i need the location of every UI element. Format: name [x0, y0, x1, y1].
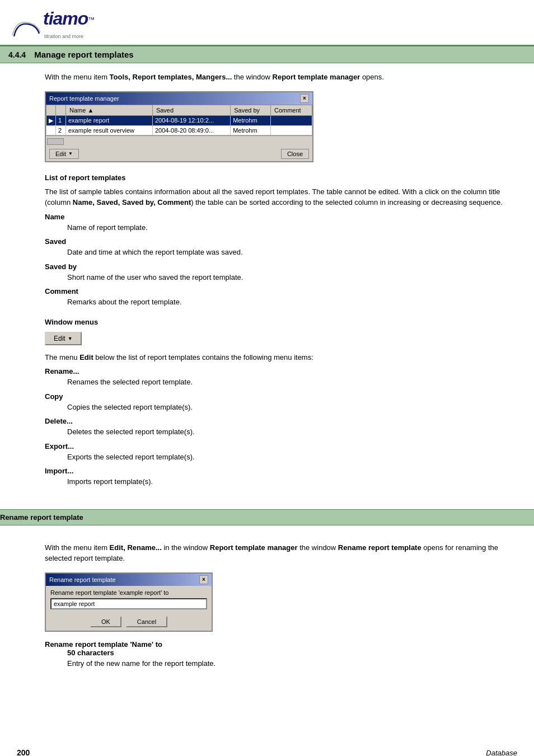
field-term-comment: Comment: [45, 287, 517, 295]
menu-items: Rename... Renames the selected report te…: [45, 367, 517, 487]
dialog-content: Name ▲ Saved Saved by Comment ▶ 1 exampl…: [46, 105, 312, 135]
close-dialog-button[interactable]: Close: [281, 149, 309, 159]
intro-bold1: Tools, Report templates, Mangers...: [110, 73, 232, 81]
table-row[interactable]: 2 example result overview 2004-08-20 08:…: [46, 125, 312, 135]
field-desc-saved-by: Short name of the user who saved the rep…: [67, 272, 517, 283]
demo-edit-label: Edit: [54, 335, 65, 342]
main-content: With the menu item Tools, Report templat…: [0, 63, 534, 498]
rename-cancel-button[interactable]: Cancel: [126, 616, 167, 627]
report-table: Name ▲ Saved Saved by Comment ▶ 1 exampl…: [46, 105, 312, 135]
window-menus-title: Window menus: [45, 318, 517, 326]
menu-item-delete: Delete...: [45, 417, 517, 425]
edit-menu-bold: Edit: [79, 353, 93, 361]
intro-paragraph: With the menu item Tools, Report templat…: [45, 72, 517, 83]
field-term-saved: Saved: [45, 237, 517, 246]
row-arrow: ▶: [46, 115, 56, 125]
logo-sub: titration and more: [44, 34, 95, 39]
demo-dropdown-icon: ▼: [68, 336, 73, 341]
intro-text-after: opens.: [360, 73, 384, 81]
list-bold-cols: Name, Saved, Saved by, Comment: [73, 198, 191, 206]
rename-field-term: Rename report template 'Name' to 50 char…: [45, 640, 517, 657]
section-header: 4.4.4 Manage report templates: [0, 46, 534, 63]
menu-item-rename-desc: Renames the selected report template.: [67, 377, 517, 388]
report-manager-dialog: Report template manager × Name ▲ Saved S…: [45, 91, 313, 162]
rename-input-field[interactable]: [50, 598, 207, 609]
col-name[interactable]: Name ▲: [66, 105, 153, 115]
rename-field-sub: 50 characters: [45, 649, 114, 657]
rename-intro: With the menu item Edit, Rename... in th…: [45, 542, 517, 564]
logo-arc: [11, 20, 42, 39]
field-desc-name: Name of report template.: [67, 222, 517, 233]
menu-item-export-desc: Exports the selected report template(s).: [67, 452, 517, 463]
rename-section-title: Rename report template: [0, 513, 83, 522]
row-saved: 2004-08-20 08:49:0...: [152, 125, 230, 135]
col-comment[interactable]: Comment: [270, 105, 312, 115]
rename-dialog-close-button[interactable]: ×: [199, 575, 208, 584]
intro-text-mid: the window: [232, 73, 272, 81]
rename-dialog-title: Rename report template: [49, 576, 116, 583]
page-number: 200: [17, 748, 30, 756]
table-row[interactable]: ▶ 1 example report 2004-08-19 12:10:2...…: [46, 115, 312, 125]
edit-btn-demo: Edit ▼: [45, 332, 517, 345]
intro-bold2: Report template manager: [273, 73, 360, 81]
list-description: The list of sample tables contains infor…: [45, 186, 517, 208]
dialog-close-button[interactable]: ×: [300, 94, 309, 103]
col-saved[interactable]: Saved: [152, 105, 230, 115]
row-comment: [270, 115, 312, 125]
demo-edit-button[interactable]: Edit ▼: [45, 332, 82, 345]
row-saved-by: Metrohm: [231, 125, 271, 135]
rename-buttons: OK Cancel: [50, 616, 207, 627]
rename-dialog-body: Rename report template 'example report' …: [46, 586, 212, 631]
edit-dropdown-button[interactable]: Edit ▼: [49, 149, 79, 159]
row-name: example result overview: [66, 125, 153, 135]
page-category: Database: [486, 749, 517, 757]
rename-field-term-text: Rename report template 'Name' to: [45, 640, 162, 649]
rename-intro-mid: in the window: [162, 543, 210, 552]
list-subsection-title: List of report templates: [45, 173, 517, 182]
rename-ok-button[interactable]: OK: [90, 616, 121, 627]
row-saved: 2004-08-19 12:10:2...: [152, 115, 230, 125]
header: tiamo™ titration and more: [0, 0, 534, 46]
list-desc-after: ) the table can be sorted according to t…: [191, 198, 502, 206]
menu-item-export: Export...: [45, 442, 517, 450]
row-num: 2: [56, 125, 66, 135]
row-name: example report: [66, 115, 153, 125]
row-arrow: [46, 125, 56, 135]
dropdown-arrow-icon: ▼: [68, 151, 73, 156]
rename-intro-bold2: Report template manager: [210, 543, 298, 552]
rename-intro-mid2: the window: [298, 543, 338, 552]
field-desc-saved: Date and time at which the report templa…: [67, 247, 517, 258]
rename-field-desc-text: Entry of the new name for the report tem…: [67, 658, 517, 669]
dialog-footer: Edit ▼ Close: [46, 147, 312, 161]
table-scrollbar[interactable]: [47, 138, 64, 145]
edit-desc-after: below the list of report templates conta…: [93, 353, 313, 361]
menu-item-copy-desc: Copies the selected report template(s).: [67, 402, 517, 413]
edit-desc-before: The menu: [45, 353, 79, 361]
page-footer: 200 Database: [17, 748, 517, 756]
menu-item-delete-desc: Deletes the selected report template(s).: [67, 426, 517, 438]
rename-intro-bold1: Edit, Rename...: [110, 543, 162, 552]
row-num: 1: [56, 115, 66, 125]
edit-btn-label: Edit: [55, 151, 66, 157]
list-fields: Name Name of report template. Saved Date…: [45, 213, 517, 308]
col-num[interactable]: [56, 105, 66, 115]
dialog-titlebar: Report template manager ×: [46, 92, 312, 105]
rename-dialog-label: Rename report template 'example report' …: [50, 589, 207, 596]
row-saved-by: Metrohm: [231, 115, 271, 125]
rename-field-desc: Rename report template 'Name' to 50 char…: [45, 640, 517, 669]
rename-section-header: Rename report template: [0, 509, 534, 525]
rename-intro-bold3: Rename report template: [338, 543, 421, 552]
rename-dialog-titlebar: Rename report template ×: [46, 574, 212, 586]
rename-dialog: Rename report template × Rename report t…: [45, 572, 213, 632]
col-indicator: [46, 105, 56, 115]
table-scrollbar-area: [46, 135, 312, 147]
menu-item-copy: Copy: [45, 392, 517, 401]
field-term-saved-by: Saved by: [45, 262, 517, 271]
menu-item-rename: Rename...: [45, 367, 517, 375]
menu-item-import: Import...: [45, 467, 517, 475]
field-term-name: Name: [45, 213, 517, 221]
dialog-title: Report template manager: [49, 95, 119, 102]
section-title: Manage report templates: [34, 50, 134, 59]
menu-item-import-desc: Imports report template(s).: [67, 476, 517, 487]
col-saved-by[interactable]: Saved by: [231, 105, 271, 115]
